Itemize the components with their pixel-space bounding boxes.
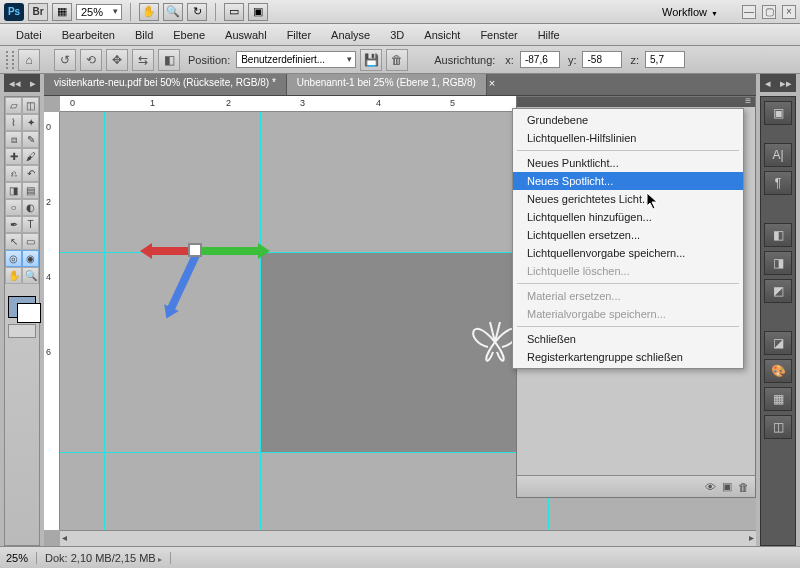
tab-scroll-left[interactable]: ◂◂▸ [4,74,40,92]
status-doc-info[interactable]: Dok: 2,10 MB/2,15 MB [45,552,171,564]
3d-roll-icon[interactable]: ⟲ [80,49,102,71]
new-icon[interactable]: ▣ [722,480,732,493]
tab-unbenannt[interactable]: Unbenannt-1 bei 25% (Ebene 1, RGB/8) [287,74,487,95]
dodge-tool[interactable]: ◐ [22,199,39,216]
menu-lichtquellen-ersetzen[interactable]: Lichtquellen ersetzen... [513,226,743,244]
y-input[interactable] [582,51,622,68]
layout-icon[interactable]: ▦ [52,3,72,21]
menu-fenster[interactable]: Fenster [470,26,527,44]
path-tool[interactable]: ↖ [5,233,22,250]
hand-tool[interactable]: ✋ [5,267,22,284]
3d-rotate-tool[interactable]: ◉ [22,250,39,267]
app-ps-icon[interactable]: Ps [4,3,24,21]
menu-analyse[interactable]: Analyse [321,26,380,44]
brush-tool[interactable]: 🖌 [22,148,39,165]
3d-walk-icon[interactable]: ⇆ [132,49,154,71]
panel-styles-icon[interactable]: ◫ [764,415,792,439]
delete-pos-icon[interactable]: 🗑 [386,49,408,71]
maximize-button[interactable]: ▢ [762,5,776,19]
pen-tool[interactable]: ✒ [5,216,22,233]
menu-lichtquelle-loeschen: Lichtquelle löschen... [513,262,743,280]
gripper-icon[interactable] [6,51,14,69]
menu-bearbeiten[interactable]: Bearbeiten [52,26,125,44]
menu-filter[interactable]: Filter [277,26,321,44]
minimize-button[interactable]: — [742,5,756,19]
panel-history-icon[interactable]: ◪ [764,331,792,355]
menu-bild[interactable]: Bild [125,26,163,44]
menu-hilfe[interactable]: Hilfe [528,26,570,44]
zoom-combo[interactable]: 25% [76,4,122,20]
menu-3d[interactable]: 3D [380,26,414,44]
menu-auswahl[interactable]: Auswahl [215,26,277,44]
workspace-switcher[interactable]: Workflow [654,4,734,20]
eyedropper-tool[interactable]: ✎ [22,131,39,148]
history-tool[interactable]: ↶ [22,165,39,182]
3d-camera-icon[interactable]: ⌂ [18,49,40,71]
scrollbar-horizontal[interactable] [60,530,756,546]
3d-camera-tool[interactable]: ◎ [5,250,22,267]
3d-pan-icon[interactable]: ✥ [106,49,128,71]
close-button[interactable]: × [782,5,796,19]
panel-character-icon[interactable]: A| [764,143,792,167]
zoom-tool-icon[interactable]: 🔍 [163,3,183,21]
3d-axis-gizmo[interactable] [140,207,280,327]
tab-scroll-right[interactable]: ◂▸▸ [760,74,796,92]
panel-layers-icon[interactable]: ◧ [764,223,792,247]
panel-paragraph-icon[interactable]: ¶ [764,171,792,195]
menu-lichtquellen-hinzufuegen[interactable]: Lichtquellen hinzufügen... [513,208,743,226]
menu-neues-punktlicht[interactable]: Neues Punktlicht... [513,154,743,172]
menu-hilfslinien[interactable]: Lichtquellen-Hilfslinien [513,129,743,147]
trash-icon[interactable]: 🗑 [738,481,749,493]
eraser-tool[interactable]: ◨ [5,182,22,199]
menu-lichtquellenvorgabe-speichern[interactable]: Lichtquellenvorgabe speichern... [513,244,743,262]
eye-icon[interactable]: 👁 [705,481,716,493]
right-panel-strip: ▣ A| ¶ ◧ ◨ ◩ ◪ 🎨 ▦ ◫ [760,96,796,546]
menu-datei[interactable]: Datei [6,26,52,44]
status-zoom[interactable]: 25% [6,552,37,564]
color-swatch[interactable] [8,296,36,318]
quickmask-toggle[interactable] [8,324,36,338]
x-label: x: [501,54,516,66]
position-combo[interactable]: Benutzerdefiniert... [236,51,356,68]
panel-channels-icon[interactable]: ◨ [764,251,792,275]
zoom-tool[interactable]: 🔍 [22,267,39,284]
3d-zoom-icon[interactable]: ◧ [158,49,180,71]
screen-mode-icon[interactable]: ▣ [248,3,268,21]
move-tool[interactable]: ▱ [5,97,22,114]
tab-visitenkarte[interactable]: visitenkarte-neu.pdf bei 50% (Rückseite,… [44,74,287,95]
x-input[interactable] [520,51,560,68]
menu-schliessen[interactable]: Schließen [513,330,743,348]
panel-paths-icon[interactable]: ◩ [764,279,792,303]
app-br-icon[interactable]: Br [28,3,48,21]
lasso-tool[interactable]: ⌇ [5,114,22,131]
menu-neues-gerichtetes-licht[interactable]: Neues gerichtetes Licht... [513,190,743,208]
3d-orbit-icon[interactable]: ↺ [54,49,76,71]
guide[interactable] [104,112,105,530]
z-input[interactable] [645,51,685,68]
menu-grundebene[interactable]: Grundebene [513,111,743,129]
panel-color-icon[interactable]: 🎨 [764,359,792,383]
cursor-icon [646,192,660,210]
gradient-tool[interactable]: ▤ [22,182,39,199]
menu-ebene[interactable]: Ebene [163,26,215,44]
arrange-docs-icon[interactable]: ▭ [224,3,244,21]
marquee-tool[interactable]: ◫ [22,97,39,114]
panel-menu-icon[interactable] [517,97,755,107]
menu-ansicht[interactable]: Ansicht [414,26,470,44]
stamp-tool[interactable]: ⎌ [5,165,22,182]
menu-registerkartengruppe-schliessen[interactable]: Registerkartengruppe schließen [513,348,743,366]
shape-tool[interactable]: ▭ [22,233,39,250]
panel-3d-icon[interactable]: ▣ [764,101,792,125]
blur-tool[interactable]: ○ [5,199,22,216]
ruler-vertical[interactable]: 0 2 4 6 [44,112,60,530]
wand-tool[interactable]: ✦ [22,114,39,131]
menu-neues-spotlicht[interactable]: Neues Spotlicht... [513,172,743,190]
save-pos-icon[interactable]: 💾 [360,49,382,71]
crop-tool[interactable]: ⧈ [5,131,22,148]
hand-tool-icon[interactable]: ✋ [139,3,159,21]
type-tool[interactable]: T [22,216,39,233]
rotate-view-icon[interactable]: ↻ [187,3,207,21]
panel-swatches-icon[interactable]: ▦ [764,387,792,411]
heal-tool[interactable]: ✚ [5,148,22,165]
z-label: z: [626,54,641,66]
